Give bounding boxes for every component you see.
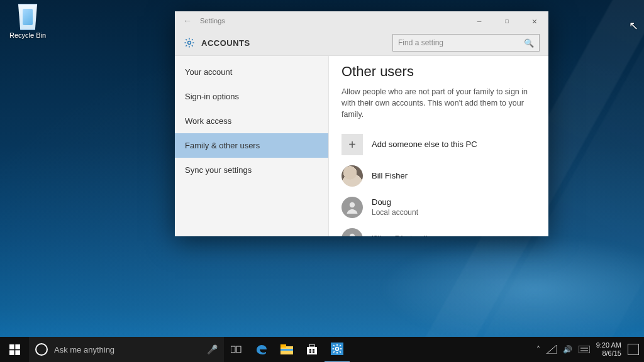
user-row-jfillory[interactable]: jfillory@hotmail.com — [341, 223, 536, 236]
clock-time: 9:20 AM — [596, 341, 621, 349]
svg-rect-22 — [309, 349, 311, 351]
user-subtitle: Local account — [372, 208, 418, 218]
svg-rect-16 — [236, 346, 241, 353]
windows-logo-icon — [9, 344, 20, 355]
system-tray: ˄ 🔊 9:20 AM 8/6/15 — [536, 341, 644, 357]
svg-rect-23 — [313, 349, 314, 351]
settings-window: ← Settings ― ☐ ✕ ACCOUNTS Find a setting… — [175, 11, 548, 236]
task-view-button[interactable] — [224, 337, 249, 362]
sidebar-item-sync-settings[interactable]: Sync your settings — [175, 158, 328, 182]
settings-search[interactable]: Find a setting 🔍 — [392, 34, 540, 52]
avatar-silhouette-icon — [341, 197, 363, 218]
avatar-silhouette-icon — [341, 228, 363, 236]
taskbar-file-explorer-icon[interactable] — [274, 337, 299, 362]
tray-chevron-icon[interactable]: ˄ — [536, 345, 540, 354]
search-icon: 🔍 — [524, 38, 534, 48]
action-center-icon[interactable] — [628, 344, 639, 355]
svg-line-33 — [340, 351, 341, 353]
back-button[interactable]: ← — [175, 16, 200, 26]
clock-date: 8/6/15 — [596, 349, 621, 358]
svg-rect-18 — [280, 344, 286, 348]
svg-line-32 — [333, 345, 335, 346]
svg-point-0 — [188, 41, 191, 45]
cortana-search-input[interactable]: Ask me anything 🎤 — [29, 337, 224, 362]
svg-rect-20 — [307, 347, 317, 354]
svg-line-35 — [333, 351, 335, 353]
svg-point-10 — [350, 234, 355, 236]
user-name: jfillory@hotmail.com — [372, 234, 445, 236]
settings-search-placeholder: Find a setting — [398, 38, 443, 47]
svg-line-7 — [192, 39, 193, 40]
content-heading: Other users — [341, 63, 536, 80]
user-name: Bill Fisher — [372, 171, 408, 182]
sidebar-item-work-access[interactable]: Work access — [175, 109, 328, 133]
sidebar-item-family-other-users[interactable]: Family & other users — [175, 133, 328, 158]
tray-volume-icon[interactable]: 🔊 — [563, 345, 572, 354]
gear-icon — [184, 37, 195, 48]
svg-rect-19 — [280, 349, 293, 351]
taskbar-settings-icon[interactable] — [325, 336, 350, 362]
tray-keyboard-icon[interactable] — [579, 346, 590, 353]
svg-rect-21 — [309, 344, 314, 347]
titlebar[interactable]: ← Settings ― ☐ ✕ — [175, 11, 548, 30]
settings-sidebar: Your account Sign-in options Work access… — [175, 56, 329, 236]
svg-rect-15 — [231, 346, 235, 353]
cortana-placeholder: Ask me anything — [54, 345, 114, 354]
user-row-doug[interactable]: Doug Local account — [341, 192, 536, 223]
settings-header: ACCOUNTS Find a setting 🔍 — [175, 30, 548, 56]
close-button[interactable]: ✕ — [521, 11, 548, 30]
recycle-bin-icon — [14, 4, 41, 30]
tray-network-icon[interactable] — [547, 345, 557, 354]
taskbar-edge-icon[interactable] — [249, 337, 274, 362]
svg-rect-25 — [313, 351, 314, 353]
taskbar-store-icon[interactable] — [299, 337, 325, 362]
svg-rect-11 — [9, 344, 14, 349]
add-user-button[interactable]: + Add someone else to this PC — [341, 129, 536, 160]
minimize-button[interactable]: ― — [465, 11, 493, 30]
recycle-bin-label: Recycle Bin — [5, 31, 50, 39]
svg-rect-14 — [15, 350, 20, 355]
svg-rect-24 — [309, 351, 311, 353]
settings-section-title: ACCOUNTS — [201, 38, 250, 48]
svg-line-34 — [340, 345, 341, 346]
taskbar-clock[interactable]: 9:20 AM 8/6/15 — [596, 341, 621, 357]
sidebar-item-your-account[interactable]: Your account — [175, 60, 328, 84]
svg-line-5 — [186, 39, 187, 40]
settings-content: Other users Allow people who are not par… — [329, 56, 548, 236]
svg-line-8 — [186, 45, 187, 47]
window-title: Settings — [200, 17, 225, 25]
svg-rect-13 — [9, 350, 14, 355]
sidebar-item-signin-options[interactable]: Sign-in options — [175, 84, 328, 109]
maximize-button[interactable]: ☐ — [493, 11, 521, 30]
svg-rect-36 — [579, 346, 590, 353]
add-user-label: Add someone else to this PC — [372, 140, 477, 150]
microphone-icon: 🎤 — [207, 344, 218, 354]
cortana-ring-icon — [35, 343, 48, 356]
content-description: Allow people who are not part of your fa… — [341, 86, 536, 120]
user-row-bill-fisher[interactable]: Bill Fisher — [341, 160, 536, 192]
user-name: Doug — [372, 197, 418, 208]
recycle-bin-desktop-icon[interactable]: Recycle Bin — [5, 4, 50, 39]
svg-point-9 — [350, 202, 355, 207]
svg-rect-12 — [15, 344, 20, 349]
svg-line-6 — [192, 45, 193, 47]
start-button[interactable] — [0, 337, 29, 362]
plus-icon: + — [341, 134, 363, 155]
taskbar: Ask me anything 🎤 ˄ 🔊 9:20 AM 8/6/15 — [0, 337, 644, 362]
avatar-photo-icon — [341, 165, 363, 187]
